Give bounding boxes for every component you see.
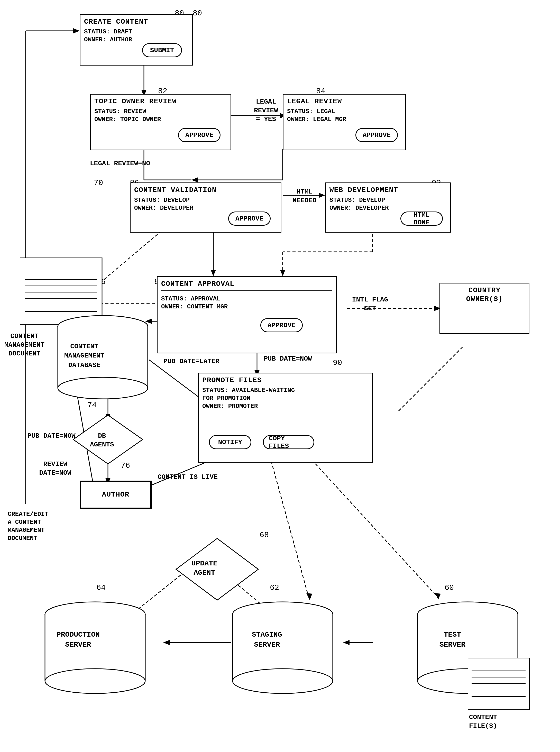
create-content-box: CREATE CONTENT STATUS: DRAFTOWNER: AUTHO…: [80, 14, 193, 65]
html-done-button[interactable]: HTMLDONE: [400, 211, 443, 226]
update-agent-diamond: UPDATEAGENT: [175, 537, 260, 603]
svg-point-68: [58, 377, 148, 399]
pub-date-later-label: PUB DATE=LATER: [158, 357, 225, 366]
svg-marker-14: [280, 270, 285, 276]
staging-server-label: STAGINGSERVER: [252, 630, 282, 650]
production-server: PRODUCTIONSERVER: [44, 604, 146, 695]
promote-files-title: PROMOTE FILES: [202, 376, 262, 385]
html-needed-label: HTMLNEEDED: [281, 188, 328, 205]
content-mgmt-doc-label: CONTENTMANAGEMENTDOCUMENT: [4, 332, 44, 358]
content-validation-status: STATUS: DEVELOPOWNER: DEVELOPER: [134, 196, 193, 212]
content-approval-status: STATUS: APPROVALOWNER: CONTENT MGR: [161, 295, 228, 311]
legal-review-no-label: LEGAL REVIEW=NO: [90, 159, 162, 168]
content-files-label: CONTENTFILE(S): [469, 713, 497, 731]
svg-point-75: [45, 669, 145, 693]
intl-flag-set-label: INTL FLAGSET: [342, 296, 398, 313]
review-date-now-label: REVIEW DATE=NOW: [26, 460, 85, 477]
num-90: 90: [333, 359, 342, 367]
legal-approve-button[interactable]: APPROVE: [356, 128, 398, 142]
svg-line-39: [270, 456, 308, 596]
content-approval-title: CONTENT APPROVAL: [161, 280, 234, 288]
topic-owner-review-status: STATUS: REVIEWOWNER: TOPIC OWNER: [94, 107, 161, 123]
workflow-diagram: 80 80 82 84 70 86 92 46 88 78 74 90 76 6…: [0, 0, 560, 752]
svg-marker-46: [343, 640, 349, 645]
db-agents-diamond: DBAGENTS: [72, 414, 144, 466]
production-server-label: PRODUCTIONSERVER: [57, 630, 100, 650]
author-box: AUTHOR: [80, 481, 152, 509]
create-content-title: CREATE CONTENT: [84, 18, 148, 26]
legal-review-title: LEGAL REVIEW: [287, 97, 342, 106]
country-owners-box: COUNTRYOWNER(S): [439, 283, 529, 334]
topic-owner-review-title: TOPIC OWNER REVIEW: [94, 97, 177, 106]
update-agent-label: UPDATEAGENT: [192, 559, 217, 578]
content-mgmt-database: CONTENTMANAGEMENTDATABASE: [57, 316, 149, 400]
svg-marker-6: [192, 177, 198, 182]
legal-review-box: LEGAL REVIEW STATUS: LEGALOWNER: LEGAL M…: [283, 94, 406, 150]
svg-point-80: [233, 669, 333, 693]
svg-marker-10: [211, 270, 216, 276]
staging-server: STAGINGSERVER: [231, 604, 334, 695]
test-server-label: TESTSERVER: [439, 630, 465, 650]
legal-review-yes-label: LEGALREVIEW= YES: [240, 98, 292, 124]
num-68: 68: [260, 531, 269, 540]
num-64: 64: [96, 584, 106, 592]
topic-approve-button[interactable]: APPROVE: [178, 128, 220, 142]
svg-marker-50: [435, 593, 441, 599]
promote-files-status: STATUS: AVAILABLE-WAITINGFOR PROMOTIONOW…: [202, 386, 295, 410]
create-edit-label: CREATE/EDITA CONTENTMANAGEMENTDOCUMENT: [8, 510, 77, 542]
submit-button[interactable]: SUBMIT: [142, 43, 182, 57]
pub-date-now2-label: PUB DATE=NOW: [26, 432, 77, 441]
pub-date-now-label: PUB DATE=NOW: [260, 355, 316, 363]
content-validation-box: CONTENT VALIDATION STATUS: DEVELOPOWNER:…: [130, 182, 281, 232]
num-74: 74: [87, 401, 97, 410]
promote-files-box: PROMOTE FILES STATUS: AVAILABLE-WAITINGF…: [198, 373, 373, 463]
content-files: CONTENTFILE(S): [468, 658, 532, 716]
legal-review-status: STATUS: LEGALOWNER: LEGAL MGR: [287, 107, 346, 123]
notify-button[interactable]: NOTIFY: [209, 435, 251, 449]
validation-approve-button[interactable]: APPROVE: [228, 211, 271, 226]
content-is-live-label: CONTENT IS LIVE: [154, 473, 221, 482]
create-content-status: STATUS: DRAFTOWNER: AUTHOR: [84, 28, 132, 44]
svg-marker-54: [73, 28, 80, 34]
content-approval-box: CONTENT APPROVAL STATUS: APPROVALOWNER: …: [157, 276, 337, 353]
web-development-status: STATUS: DEVELOPOWNER: DEVELOPER: [329, 196, 388, 212]
db-agents-label: DBAGENTS: [90, 432, 114, 449]
num-62: 62: [270, 584, 279, 592]
approval-approve-button[interactable]: APPROVE: [260, 318, 303, 332]
author-label: AUTHOR: [102, 490, 129, 499]
content-mgmt-db-label: CONTENTMANAGEMENTDATABASE: [64, 342, 104, 370]
num-60: 60: [445, 584, 454, 592]
content-validation-title: CONTENT VALIDATION: [134, 186, 216, 195]
num-70: 70: [94, 179, 103, 187]
svg-marker-40: [306, 593, 312, 600]
country-owners-title: COUNTRYOWNER(S): [444, 286, 525, 303]
svg-line-49: [308, 456, 437, 596]
web-development-title: WEB DEVELOPMENT: [329, 186, 398, 195]
topic-owner-review-box: TOPIC OWNER REVIEW STATUS: REVIEWOWNER: …: [90, 94, 231, 150]
svg-marker-48: [163, 640, 169, 645]
web-development-box: WEB DEVELOPMENT STATUS: DEVELOPOWNER: DE…: [325, 182, 451, 232]
num-80: 80: [193, 9, 202, 18]
svg-rect-55: [20, 258, 102, 324]
svg-line-51: [398, 347, 463, 411]
copy-files-button[interactable]: COPY FILES: [263, 435, 314, 449]
